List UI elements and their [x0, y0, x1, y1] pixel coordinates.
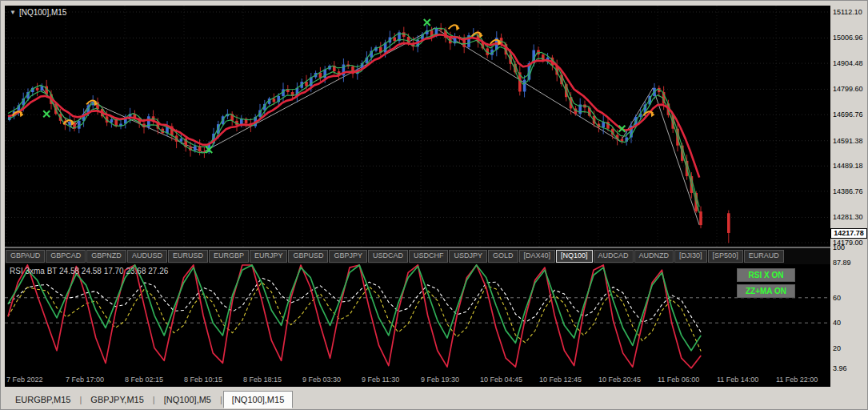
symbol-tab-eurjpy[interactable]: EURJPY: [250, 250, 288, 263]
symbol-tab-usdjpy[interactable]: USDJPY: [449, 250, 487, 263]
symbol-tab-audusd[interactable]: AUDUSD: [127, 250, 167, 263]
chart-tab-gbpjpy-m15[interactable]: GBPJPY,M15: [82, 392, 151, 408]
mt4-chart-window: ▼ [NQ100],M15 GBPAUDGBPCADGBPNZDAUDUSDEU…: [0, 0, 868, 410]
tab-separator: |: [220, 395, 222, 404]
time-axis-label: 11 Feb 14:00: [717, 376, 758, 384]
time-axis-label: 11 Feb 22:00: [776, 376, 818, 384]
price-chart[interactable]: ▼ [NQ100],M15: [5, 6, 830, 247]
rsi-scale-label: 60: [833, 294, 841, 302]
time-axis-label: 8 Feb 02:15: [125, 376, 163, 384]
time-axis-label: 9 Feb 03:30: [302, 376, 341, 384]
price-scale-label: 15112.10: [833, 8, 862, 16]
rsi-scale-label: 87.89: [833, 259, 851, 267]
time-axis-label: 7 Feb 2022: [6, 376, 43, 384]
rsi-scale-label: 20: [833, 344, 841, 352]
price-scale-label: 14904.48: [833, 59, 863, 67]
rsi-canvas[interactable]: [5, 264, 830, 373]
rsi-x-toggle-button[interactable]: RSI X ON: [737, 268, 795, 282]
symbol-tab-audcad[interactable]: AUDCAD: [594, 250, 634, 263]
symbol-tab-gbpaud[interactable]: GBPAUD: [6, 250, 45, 263]
chart-symbol-period: [NQ100],M15: [19, 8, 66, 17]
symbol-tab-dji30[interactable]: [DJI30]: [674, 250, 707, 263]
symbol-tab-gbpjpy[interactable]: GBPJPY: [329, 250, 367, 263]
time-axis-label: 7 Feb 17:00: [66, 376, 104, 384]
time-axis-label: 10 Feb 20:45: [598, 376, 641, 384]
rsi-button-group: RSI X ON ZZ+MA ON: [737, 268, 795, 298]
zz-ma-toggle-button[interactable]: ZZ+MA ON: [737, 284, 795, 298]
chart-tab-bar: EURGBP,M15|GBPJPY,M15|[NQ100],M5|[NQ100]…: [1, 388, 868, 410]
current-price-badge: 14217.78: [830, 228, 867, 239]
symbol-tab-eurgbp[interactable]: EURGBP: [209, 250, 249, 263]
tab-separator: |: [80, 395, 82, 404]
rsi-scale-label: 40: [833, 319, 841, 327]
time-axis-label: 10 Feb 12:45: [539, 376, 582, 384]
chart-tab--nq100--m15[interactable]: [NQ100],M15: [223, 391, 293, 408]
rsi-indicator-values: RSI 3xma BT 24.58 24.58 17.70 23.68 27.2…: [10, 267, 168, 275]
time-axis-label: 9 Feb 19:30: [421, 376, 459, 384]
symbol-tab-gbpcad[interactable]: GBPCAD: [46, 250, 86, 263]
time-axis-label: 11 Feb 06:00: [658, 376, 699, 384]
rsi-panel[interactable]: RSI 3xma BT 24.58 24.58 17.70 23.68 27.2…: [5, 264, 830, 373]
time-axis-label: 10 Feb 04:45: [480, 376, 522, 384]
price-scale-label: 14591.38: [833, 137, 863, 145]
chart-title: ▼ [NQ100],M15: [10, 8, 66, 17]
price-scale-label: 14489.18: [833, 162, 863, 170]
time-axis[interactable]: 7 Feb 20227 Feb 17:008 Feb 02:158 Feb 10…: [5, 373, 830, 387]
symbol-tab-gold[interactable]: GOLD: [488, 250, 518, 263]
price-scale[interactable]: 14217.78 15112.1015006.9614904.4814799.6…: [830, 6, 868, 387]
price-scale-label: 14281.30: [833, 213, 863, 221]
price-scale-label: 14386.76: [833, 187, 863, 195]
symbol-tab-gbpnzd[interactable]: GBPNZD: [86, 250, 126, 263]
tab-separator: |: [153, 395, 155, 404]
price-scale-label: 15006.96: [833, 34, 863, 42]
time-axis-label: 8 Feb 10:15: [184, 376, 222, 384]
symbol-tab-eurusd[interactable]: EURUSD: [168, 250, 208, 263]
time-axis-label: 9 Feb 11:30: [362, 376, 399, 384]
price-chart-canvas[interactable]: [5, 6, 830, 247]
symbol-tab-dax40[interactable]: [DAX40]: [519, 250, 556, 263]
symbol-tab-usdcad[interactable]: USDCAD: [368, 250, 408, 263]
symbol-tab-bar: GBPAUDGBPCADGBPNZDAUDUSDEURUSDEURGBPEURJ…: [5, 248, 830, 264]
symbol-tab-audnzd[interactable]: AUDNZD: [634, 250, 674, 263]
price-scale-label: 14799.60: [833, 85, 863, 93]
chart-tab--nq100--m5[interactable]: [NQ100],M5: [156, 392, 219, 408]
symbol-tab-usdchf[interactable]: USDCHF: [409, 250, 449, 263]
symbol-tab-euraud[interactable]: EURAUD: [744, 250, 784, 263]
symbol-tab-nq100[interactable]: [NQ100]: [556, 250, 593, 263]
symbol-tab-sp500[interactable]: [SP500]: [708, 250, 743, 263]
chart-tab-eurgbp-m15[interactable]: EURGBP,M15: [7, 392, 79, 408]
chevron-down-icon[interactable]: ▼: [10, 9, 16, 16]
symbol-tab-gbpusd[interactable]: GBPUSD: [288, 250, 328, 263]
rsi-scale-label: 3.96: [833, 364, 847, 372]
time-axis-label: 8 Feb 18:15: [243, 376, 282, 384]
price-scale-label: 14696.76: [833, 111, 863, 119]
rsi-scale-label: 100: [833, 243, 845, 251]
